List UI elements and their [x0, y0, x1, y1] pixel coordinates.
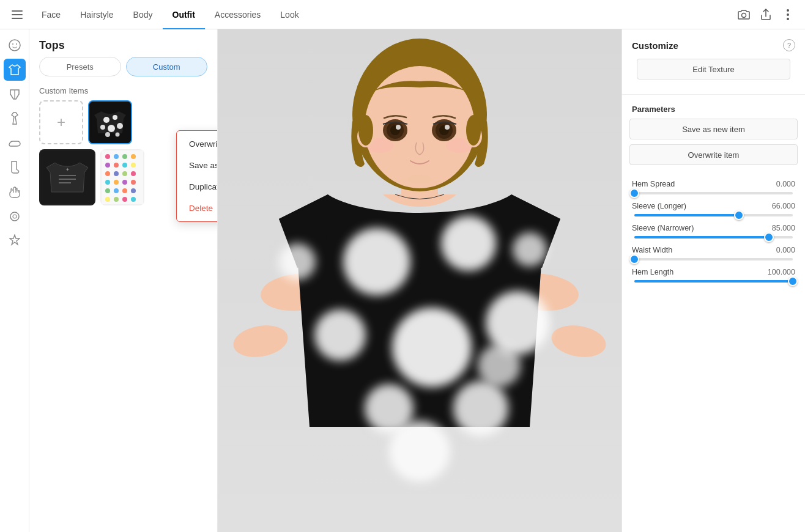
divider-1	[622, 94, 805, 95]
item-thumb-pattern[interactable]	[100, 149, 144, 205]
svg-point-28	[114, 154, 119, 159]
svg-point-15	[113, 115, 117, 120]
svg-point-76	[445, 125, 450, 130]
nav-actions	[734, 5, 798, 24]
param-hem-length-name: Hem Length	[632, 268, 673, 276]
avatar-svg	[218, 29, 621, 531]
svg-point-35	[105, 171, 110, 176]
share-button[interactable]	[756, 5, 776, 24]
svg-point-57	[441, 216, 496, 271]
camera-button[interactable]	[734, 5, 754, 24]
param-sleeve-narrower-header: Sleeve (Narrower) 85.000	[632, 224, 795, 232]
sleeve-longer-track[interactable]	[634, 214, 793, 216]
save-new-button[interactable]: Save as new item	[629, 119, 798, 139]
sidebar-item-ring[interactable]	[4, 205, 26, 227]
param-waist-width-header: Waist Width 0.000	[632, 246, 795, 254]
svg-point-34	[131, 163, 136, 168]
more-button[interactable]	[778, 5, 798, 24]
svg-text:✦: ✦	[65, 167, 70, 172]
menu-icon[interactable]	[7, 5, 27, 24]
waist-width-track[interactable]	[634, 258, 793, 260]
svg-point-79	[407, 174, 432, 184]
nav-tab-hairstyle[interactable]: Hairstyle	[70, 0, 123, 29]
sleeve-narrower-track[interactable]	[634, 236, 793, 238]
svg-point-14	[103, 117, 109, 123]
item-thumb-selected[interactable]	[88, 100, 132, 144]
context-menu: Overwrite Item Save as new item Duplicat…	[176, 130, 218, 222]
params-label: Parameters	[622, 97, 805, 119]
param-sleeve-longer-name: Sleeve (Longer)	[632, 202, 686, 210]
right-panel-header: Customize ?	[622, 29, 805, 59]
nav-tab-outfit[interactable]: Outfit	[163, 0, 205, 29]
context-delete[interactable]: Delete	[177, 198, 218, 219]
nav-tab-look[interactable]: Look	[270, 0, 308, 29]
svg-point-63	[279, 243, 316, 280]
svg-point-11	[10, 212, 19, 221]
svg-point-48	[114, 197, 119, 202]
context-save-new[interactable]: Save as new item	[177, 155, 218, 176]
sidebar-item-badge[interactable]	[4, 230, 26, 252]
param-sleeve-longer-header: Sleeve (Longer) 66.000	[632, 202, 795, 210]
sidebar-item-tops[interactable]	[4, 59, 26, 81]
svg-point-3	[742, 13, 746, 17]
svg-point-55	[549, 322, 608, 361]
hem-spread-track[interactable]	[634, 192, 793, 194]
add-item-button[interactable]: +	[39, 100, 83, 144]
svg-point-83	[466, 115, 481, 146]
overwrite-button[interactable]: Overwrite item	[629, 144, 798, 165]
context-duplicate[interactable]: Duplicate	[177, 176, 218, 198]
svg-rect-0	[12, 10, 23, 12]
svg-point-38	[131, 171, 136, 176]
item-thumb-dark[interactable]: ✦	[39, 149, 95, 205]
svg-point-37	[122, 171, 127, 176]
svg-point-59	[392, 308, 472, 387]
svg-point-29	[122, 154, 127, 159]
svg-point-56	[343, 228, 410, 295]
svg-rect-23	[59, 179, 76, 180]
svg-point-36	[114, 171, 119, 176]
svg-point-33	[122, 163, 127, 168]
sidebar-item-face[interactable]	[4, 34, 26, 56]
hem-length-track[interactable]	[634, 280, 793, 283]
nav-tab-accessories[interactable]: Accessories	[205, 0, 270, 29]
svg-point-8	[12, 43, 13, 45]
svg-rect-2	[12, 18, 23, 19]
svg-point-64	[513, 232, 547, 267]
svg-point-62	[453, 381, 508, 436]
sidebar-item-shoes[interactable]	[4, 132, 26, 154]
param-sleeve-longer-value: 66.000	[772, 202, 795, 210]
svg-point-66	[389, 421, 450, 482]
nav-tab-body[interactable]: Body	[124, 0, 163, 29]
sidebar-item-tie[interactable]	[4, 108, 26, 130]
tab-presets[interactable]: Presets	[39, 57, 121, 76]
svg-point-43	[105, 188, 110, 193]
customize-title: Customize	[632, 40, 678, 51]
svg-rect-1	[12, 14, 23, 15]
svg-point-45	[122, 188, 127, 193]
param-hem-length-header: Hem Length 100.000	[632, 268, 795, 276]
help-icon[interactable]: ?	[783, 39, 795, 51]
right-panel: Customize ? Edit Texture Parameters Save…	[621, 29, 805, 532]
center-canvas	[218, 29, 621, 532]
svg-point-42	[131, 180, 136, 185]
svg-point-58	[314, 309, 366, 361]
svg-point-18	[117, 123, 123, 129]
svg-point-30	[131, 154, 136, 159]
left-panel: Tops Presets Custom Custom Items +	[29, 29, 218, 532]
param-waist-width-value: 0.000	[776, 246, 795, 254]
svg-point-16	[100, 125, 105, 130]
sidebar-item-bottoms[interactable]	[4, 83, 26, 105]
tab-custom[interactable]: Custom	[126, 57, 208, 76]
param-hem-length: Hem Length 100.000	[622, 263, 805, 285]
svg-point-27	[105, 154, 110, 159]
svg-point-40	[114, 180, 119, 185]
svg-point-41	[122, 180, 127, 185]
tab-row: Presets Custom	[29, 57, 217, 84]
sidebar-item-gloves[interactable]	[4, 181, 26, 203]
svg-point-7	[9, 40, 20, 51]
nav-tab-face[interactable]: Face	[32, 0, 70, 29]
sidebar-item-socks[interactable]	[4, 157, 26, 179]
context-overwrite[interactable]: Overwrite Item	[177, 133, 218, 155]
edit-texture-button[interactable]: Edit Texture	[637, 59, 790, 79]
svg-point-82	[358, 115, 373, 146]
